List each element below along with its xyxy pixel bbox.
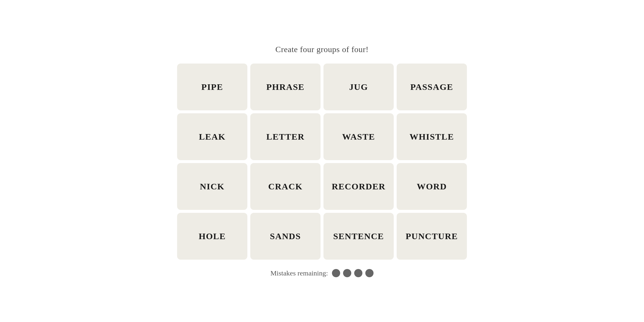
mistake-dot-0: [332, 269, 340, 277]
tile-hole[interactable]: HOLE: [177, 213, 247, 260]
tile-leak[interactable]: LEAK: [177, 113, 247, 160]
tile-passage[interactable]: PASSAGE: [397, 64, 467, 110]
mistake-dot-3: [365, 269, 374, 277]
tile-label: HOLE: [199, 231, 226, 241]
tile-crack[interactable]: CRACK: [250, 163, 321, 210]
tile-grid: PIPEPHRASEJUGPASSAGELEAKLETTERWASTEWHIST…: [177, 64, 467, 260]
tile-label: PHRASE: [266, 82, 305, 92]
mistake-dot-2: [354, 269, 362, 277]
tile-label: NICK: [200, 181, 225, 191]
tile-nick[interactable]: NICK: [177, 163, 247, 210]
game-subtitle: Create four groups of four!: [275, 45, 369, 54]
mistake-dot-1: [343, 269, 351, 277]
tile-word[interactable]: WORD: [397, 163, 467, 210]
tile-label: LEAK: [199, 132, 225, 142]
tile-phrase[interactable]: PHRASE: [250, 64, 321, 110]
tile-puncture[interactable]: PUNCTURE: [397, 213, 467, 260]
tile-sentence[interactable]: SENTENCE: [323, 213, 394, 260]
tile-label: LETTER: [266, 132, 305, 142]
tile-label: WHISTLE: [410, 132, 454, 142]
tile-label: PUNCTURE: [406, 231, 458, 241]
mistakes-dots: [332, 269, 374, 277]
mistakes-label: Mistakes remaining:: [270, 269, 328, 277]
tile-pipe[interactable]: PIPE: [177, 64, 247, 110]
game-container: Create four groups of four! PIPEPHRASEJU…: [165, 33, 479, 289]
tile-jug[interactable]: JUG: [323, 64, 394, 110]
tile-label: CRACK: [268, 181, 303, 191]
tile-label: RECORDER: [332, 181, 386, 191]
tile-waste[interactable]: WASTE: [323, 113, 394, 160]
tile-label: PIPE: [201, 82, 223, 92]
tile-label: WORD: [417, 181, 447, 191]
tile-label: JUG: [349, 82, 368, 92]
mistakes-row: Mistakes remaining:: [270, 269, 374, 277]
tile-label: WASTE: [342, 132, 375, 142]
tile-whistle[interactable]: WHISTLE: [397, 113, 467, 160]
tile-recorder[interactable]: RECORDER: [323, 163, 394, 210]
tile-letter[interactable]: LETTER: [250, 113, 321, 160]
tile-label: PASSAGE: [410, 82, 453, 92]
tile-sands[interactable]: SANDS: [250, 213, 321, 260]
tile-label: SANDS: [270, 231, 301, 241]
tile-label: SENTENCE: [333, 231, 384, 241]
